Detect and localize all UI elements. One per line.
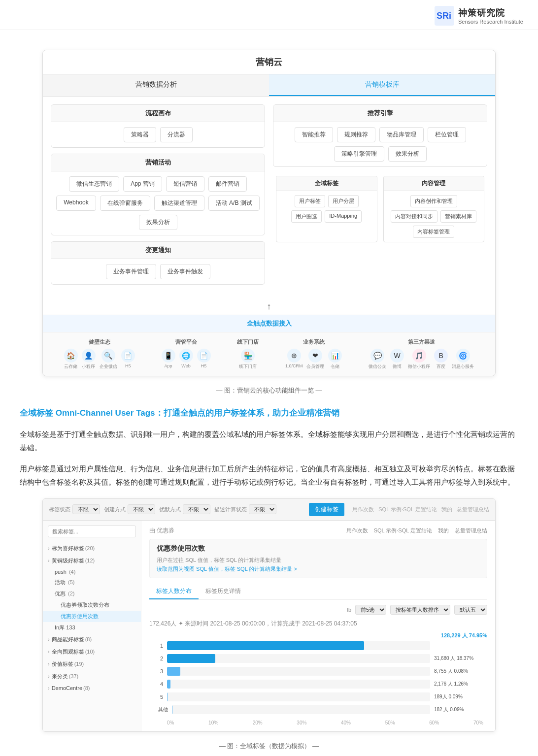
- sidebar-sub-coupon-use[interactable]: 优惠券使用次数: [43, 611, 141, 622]
- sidebar-panel: › 标为喜好标签 (20) › 黄铜级好标签 (12) push (4) 活动 …: [43, 521, 141, 732]
- sidebar-item-label: 标为喜好标签: [52, 545, 84, 552]
- sidebar-uncat-label: 来分类: [52, 673, 68, 680]
- top-select[interactable]: 前5选: [355, 605, 386, 615]
- bottom-bar: 全触点数据接入: [43, 315, 495, 332]
- sidebar-item-goods[interactable]: › 商品能好标签 (8): [43, 633, 141, 646]
- sidebar-sub-activity[interactable]: 活动 (5): [43, 577, 141, 588]
- icon-group-store: 线下门店 🏪 线下门店: [237, 338, 259, 370]
- item-app: App 营销: [123, 176, 162, 192]
- tag-status-select[interactable]: 不限: [72, 504, 100, 514]
- axis-70: 70%: [473, 720, 483, 725]
- store-icons: 🏪 线下门店: [239, 349, 257, 370]
- item-wechat: 微信生态营销: [69, 176, 119, 192]
- sidebar-value-label: 价值标签: [52, 660, 73, 668]
- bar-fill-5: [167, 692, 168, 701]
- sidebar-sub-in-lib[interactable]: In库 133: [43, 622, 141, 633]
- section-heading: 全域标签 Omni-Channel User Tags：打通全触点的用户标签体系…: [20, 407, 518, 420]
- icon-item-crm: ⊕ 1.0/CRM: [285, 349, 303, 370]
- bar-row-4: 4 2,176 人 1.26%: [153, 680, 483, 689]
- content-management-content: 内容创作和管理 内容对接和同步 营销素材库 内容标签管理: [384, 191, 484, 242]
- nav-link-usage[interactable]: 用作次数: [346, 527, 368, 534]
- tag-desc-text: 用户在过往 SQL 值值，标签 SQL 的计算结果集结量: [157, 557, 281, 563]
- data-controls: lb 前5选 按标签里人数排序 默认五: [149, 605, 487, 615]
- sidebar-item-count-2: (12): [85, 558, 95, 563]
- crm-icon: ⊕: [287, 349, 301, 362]
- sidebar-item-bronze[interactable]: › 黄铜级好标签 (12): [43, 555, 141, 567]
- h5-2-icon: 📄: [197, 349, 211, 362]
- tab-history[interactable]: 标签历史详情: [199, 584, 248, 599]
- calc-status-select[interactable]: 不限: [249, 504, 276, 514]
- item-user-tags: 用户标签: [295, 195, 325, 207]
- default-select[interactable]: 默认五: [454, 605, 487, 615]
- chevron-right-icon-3: ›: [48, 636, 50, 642]
- sidebar-item-uncategorized[interactable]: › 来分类 (37): [43, 670, 141, 683]
- bar-container-1: [167, 641, 430, 650]
- item-content-create: 内容创作和管理: [410, 195, 457, 207]
- item-webhook: Webhook: [56, 196, 96, 211]
- global-tags-content: 用户标签 用户分层 用户圈选 ID-Mapping: [276, 191, 377, 227]
- bar-fill-other: [172, 705, 172, 714]
- chevron-right-icon-7: ›: [48, 685, 50, 691]
- data-total: 172,426人 ✦ 来源时间 2021-08-25 00:00:00，计算完成…: [149, 620, 487, 628]
- sidebar-sub-coupon[interactable]: 优惠 (2): [43, 588, 141, 599]
- nav-link-total[interactable]: 总量管理总结: [455, 527, 487, 534]
- section-marketing-activities: 营销活动 微信生态营销 App 营销 短信营销 邮件营销 Webhook 在线弹…: [51, 154, 265, 235]
- main-content: 营销云 营销数据分析 营销模板库 流程画布 策略器 分流器 营销活动: [0, 30, 538, 756]
- global-tags-title: 全域标签: [276, 176, 377, 191]
- item-user-circle: 用户圈选: [291, 210, 322, 223]
- marketing-activities-title: 营销活动: [51, 154, 265, 171]
- icon-item-wx-oa: 💬 微信公众: [369, 349, 386, 370]
- bar-value-2: 31,680 人 18.37%: [434, 655, 483, 662]
- sidebar-sub-coupon-dist[interactable]: 优惠券领取次数分布: [43, 599, 141, 611]
- axis-30: 30%: [297, 720, 306, 725]
- item-splitter: 分流器: [160, 127, 193, 142]
- sidebar-item-value[interactable]: › 价值标签 (19): [43, 658, 141, 670]
- nav-link-sql[interactable]: SQL 示例·SQL 定置结论: [374, 527, 432, 534]
- data-tabs: 标签人数分布 标签历史详情: [149, 584, 487, 600]
- diagram-left: 流程画布 策略器 分流器 营销活动 微信生态营销 App 营销 短信营销 邮件营…: [51, 104, 265, 291]
- icon-group-ecosystem: 健壁生态 🏠 云存储 👤 小程序 🔍 企业微信 📄: [64, 338, 135, 370]
- bar-label-other: 其他: [153, 706, 168, 713]
- tag-desc-link[interactable]: 读取范围为视图 SQL 值值，标签 SQL 的计算结果集结量 >: [157, 565, 297, 573]
- item-effect2: 效果分析: [388, 146, 427, 162]
- toolbar-extra: 用作次数 SQL 示例·SQL 定置结论 我的 总量管理总结: [352, 506, 489, 513]
- bar-label-1: 1: [153, 643, 163, 649]
- section-flow-canvas: 流程画布 策略器 分流器: [51, 104, 265, 148]
- work-icon: 🔍: [101, 349, 115, 362]
- icon-item-h5-2: 📄 H5: [197, 349, 211, 368]
- miniapp-icon: 👤: [82, 349, 96, 362]
- item-sms: 短信营销: [166, 176, 204, 192]
- create-method-select[interactable]: 不限: [128, 504, 155, 514]
- bar-label-5: 5: [153, 694, 163, 700]
- body-para-2: 用户标签是通过对用户属性信息、行为信息、业务信息进行加工后所产生的特征标记，它的…: [20, 462, 518, 489]
- filter-calc-status: 描述计算状态 不限: [214, 504, 276, 514]
- tab-marketing-template[interactable]: 营销模板库: [269, 74, 495, 96]
- bar-container-5: [167, 692, 430, 701]
- arrow-down: ↑: [43, 298, 495, 315]
- sidebar-item-favorite[interactable]: › 标为喜好标签 (20): [43, 542, 141, 555]
- item-content-sync: 内容对接和同步: [391, 210, 437, 223]
- sort-select[interactable]: 按标签里人数排序: [390, 605, 450, 615]
- chevron-right-icon-4: ›: [48, 649, 50, 655]
- priority-select[interactable]: 不限: [183, 504, 210, 514]
- section-content-management: 内容管理 内容创作和管理 内容对接和同步 营销素材库 内容标签管理: [383, 176, 485, 242]
- recommendation-content: 智能推荐 规则推荐 物品库管理 栏位管理 策略引擎管理 效果分析: [273, 122, 487, 166]
- search-input[interactable]: [48, 526, 136, 537]
- tag-info-box: 优惠券使用次数 用户在过往 SQL 值值，标签 SQL 的计算结果集结量 读取范…: [149, 539, 487, 579]
- sidebar-item-democentre[interactable]: › DemoCentre (8): [43, 683, 141, 693]
- tag-desc: 用户在过往 SQL 值值，标签 SQL 的计算结果集结量: [157, 556, 480, 565]
- tab-marketing-data[interactable]: 营销数据分析: [43, 74, 269, 96]
- nav-link-mine[interactable]: 我的: [438, 527, 449, 534]
- icon-item-miniapp: 👤 小程序: [82, 349, 96, 370]
- sidebar-item-quanxiang[interactable]: › 全向围观标签 (10): [43, 646, 141, 658]
- sidebar-sub-push[interactable]: push (4): [43, 567, 141, 577]
- bar-fill-3: [167, 667, 180, 676]
- sidebar-goods-label: 商品能好标签: [52, 636, 84, 643]
- bar-chart-axis: 0% 10% 20% 30% 40% 50% 60% 70%: [153, 718, 483, 725]
- item-biz-event: 业务事件管理: [106, 264, 156, 279]
- create-tag-button[interactable]: 创建标签: [309, 503, 344, 516]
- icon-group-platform: 营管平台 📱 App 🌐 Web 📄 H5: [162, 338, 211, 370]
- tab-distribution[interactable]: 标签人数分布: [149, 584, 199, 599]
- bar-container-2: [167, 654, 430, 663]
- sidebar-demo-label: DemoCentre: [52, 685, 82, 691]
